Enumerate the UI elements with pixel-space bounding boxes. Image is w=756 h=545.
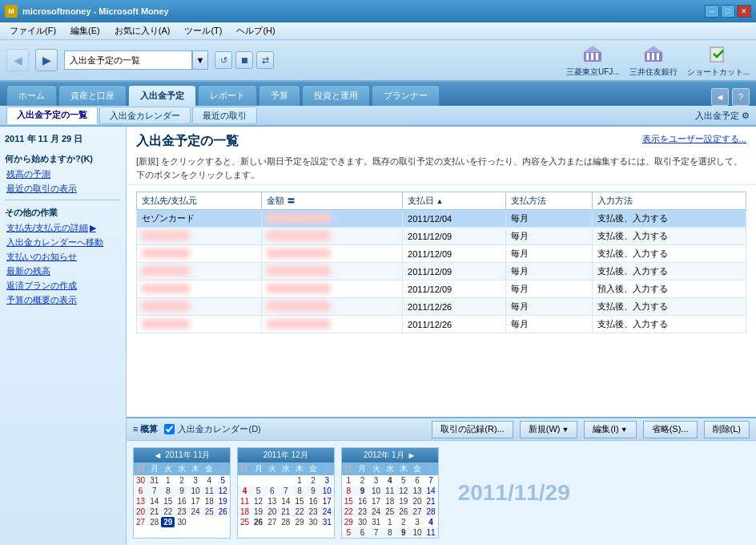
close-button[interactable]: ✕ [737,5,751,18]
menu-file[interactable]: ファイル(F) [3,23,62,38]
calendar-day[interactable]: 6 [265,486,279,496]
navtab-budget[interactable]: 予算 [259,85,300,106]
calendar-day[interactable]: 28 [424,507,438,517]
minimize-button[interactable]: ─ [705,5,719,18]
calendar-day[interactable]: 2 [396,517,410,527]
calendar-day[interactable]: 18 [383,496,396,507]
calendar-day[interactable]: 11 [238,496,251,507]
calendar-day[interactable]: 30 [134,475,147,486]
display-settings-link[interactable]: 表示をユーザー設定する... [642,133,746,145]
calendar-checkbox[interactable] [164,424,175,434]
calendar-day[interactable]: 18 [238,507,251,517]
navtab-transactions[interactable]: 入出金予定 [128,85,196,106]
calendar-day[interactable]: 8 [383,527,396,538]
nav-help-icon[interactable]: ? [732,88,750,106]
menu-edit[interactable]: 編集(E) [64,23,107,38]
sidebar-link-repayment-plan[interactable]: 返済プランの作成 [5,280,121,292]
calendar-day[interactable]: 9 [175,486,188,496]
calendar-day[interactable]: 11 [203,486,216,496]
calendar-day[interactable]: 9 [396,527,410,538]
col-amount[interactable]: 金額 〓 [261,192,402,210]
calendar-day[interactable]: 7 [424,475,438,486]
calendar-day[interactable]: 10 [369,486,383,496]
calendar-day[interactable]: 13 [134,496,147,507]
calendar-day[interactable]: 20 [410,496,424,507]
shortcut-shortcut[interactable]: ショートカット... [687,42,750,78]
calendar-day[interactable]: 20 [134,507,147,517]
bank1-shortcut[interactable]: 三菱東京UFJ... [566,42,620,78]
calendar-day[interactable]: 10 [189,486,203,496]
calendar-day[interactable]: 5 [342,527,356,538]
menu-help[interactable]: ヘルプ(H) [230,23,281,38]
sidebar-link-recent[interactable]: 最近の取引の表示 [5,183,121,195]
calendar-day[interactable]: 16 [175,496,188,507]
calendar-day[interactable]: 5 [251,486,265,496]
calendar-day[interactable]: 30 [307,517,320,527]
calendar-day[interactable]: 31 [147,475,161,486]
calendar-day[interactable]: 17 [369,496,383,507]
calendar-prev-button[interactable]: ◄ [153,450,162,460]
calendar-day[interactable]: 10 [320,486,334,496]
calendar-day[interactable]: 29 [342,517,356,527]
calendar-day[interactable]: 25 [383,507,396,517]
calendar-day[interactable]: 6 [410,475,424,486]
calendar-day[interactable]: 9 [307,486,320,496]
calendar-day[interactable]: 25 [203,507,216,517]
navtab-assets[interactable]: 資産と口座 [58,85,127,106]
maximize-button[interactable]: □ [721,5,735,18]
calendar-day[interactable]: 31 [369,517,383,527]
calendar-day[interactable]: 16 [307,496,320,507]
calendar-day[interactable]: 8 [342,486,356,496]
calendar-day[interactable]: 26 [216,507,230,517]
calendar-day[interactable]: 24 [189,507,203,517]
calendar-day[interactable]: 21 [147,507,161,517]
calendar-day[interactable]: 3 [369,475,383,486]
calendar-day[interactable]: 14 [279,496,292,507]
calendar-day[interactable]: 1 [342,475,356,486]
calendar-day[interactable]: 19 [216,496,230,507]
calendar-day[interactable]: 20 [265,507,279,517]
calendar-day[interactable]: 3 [189,475,203,486]
sidebar-link-calendar-move[interactable]: 入出金カレンダーへ移動 [5,236,121,248]
calendar-day[interactable]: 21 [279,507,292,517]
navtab-invest[interactable]: 投資と運用 [302,85,370,106]
calendar-day[interactable]: 8 [292,486,306,496]
calendar-day[interactable]: 2 [356,475,369,486]
calendar-day[interactable]: 6 [356,527,369,538]
calendar-day[interactable]: 22 [161,507,175,517]
calendar-day[interactable]: 10 [410,527,424,538]
calendar-day[interactable]: 14 [147,496,161,507]
back-button[interactable]: ◀ [6,49,29,71]
calendar-day[interactable]: 15 [161,496,175,507]
calendar-day[interactable]: 12 [396,486,410,496]
sidebar-link-balance-forecast[interactable]: 残高の予測 [5,168,121,180]
subtab-recent[interactable]: 最近の取引 [192,107,257,124]
table-row[interactable]: 2011/12/26毎月支払後、入力する [137,316,746,333]
sidebar-link-payee-detail[interactable]: 支払先/支払元の詳細▶ [5,222,121,234]
calendar-day[interactable]: 1 [292,475,306,486]
calendar-day[interactable]: 13 [410,486,424,496]
sidebar-link-payment-notice[interactable]: 支払いのお知らせ [5,251,121,263]
menu-tools[interactable]: ツール(T) [178,23,228,38]
calendar-day[interactable]: 18 [203,496,216,507]
calendar-day[interactable]: 29 [161,517,175,527]
navtab-home[interactable]: ホーム [6,85,57,106]
subtab-right-label[interactable]: 入出金予定 ⚙ [695,110,750,122]
calendar-day[interactable]: 16 [356,496,369,507]
calendar-day[interactable]: 4 [383,475,396,486]
calendar-day[interactable]: 27 [265,517,279,527]
calendar-day[interactable]: 19 [396,496,410,507]
calendar-day[interactable]: 28 [147,517,161,527]
col-date[interactable]: 支払日 [403,192,506,210]
calendar-day[interactable]: 3 [320,475,334,486]
col-payee[interactable]: 支払先/支払元 [137,192,262,210]
calendar-day[interactable]: 9 [356,486,369,496]
subtab-calendar[interactable]: 入出金カレンダー [99,107,191,124]
delete-button[interactable]: 削除(L) [704,421,750,438]
calendar-day[interactable]: 19 [251,507,265,517]
calendar-next-button[interactable]: ► [408,450,416,460]
calendar-day[interactable]: 1 [383,517,396,527]
calendar-day[interactable]: 1 [161,475,175,486]
calendar-day[interactable]: 31 [320,517,334,527]
calendar-day[interactable]: 24 [320,507,334,517]
